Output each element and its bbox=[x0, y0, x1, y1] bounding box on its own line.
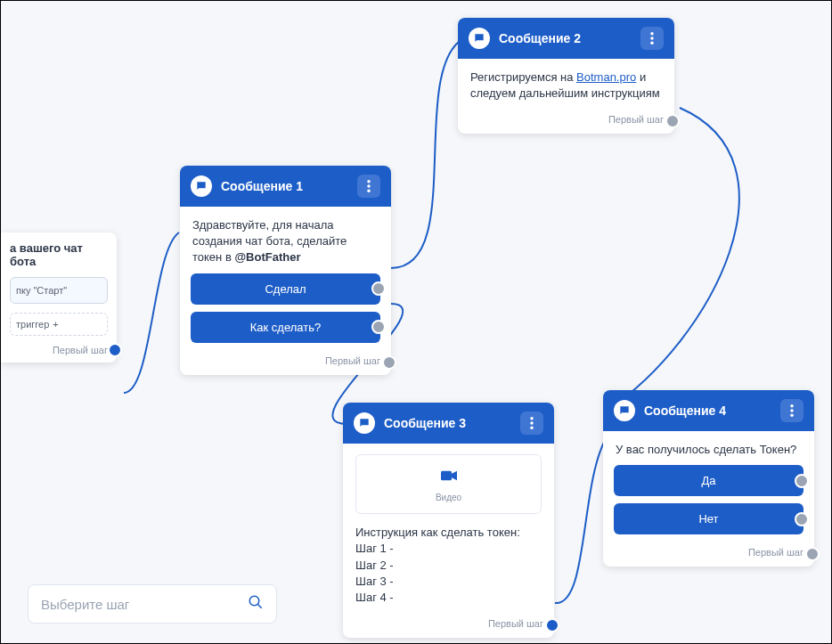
svg-point-0 bbox=[367, 180, 371, 183]
output-port[interactable] bbox=[108, 343, 122, 357]
svg-point-13 bbox=[249, 596, 259, 606]
svg-point-7 bbox=[530, 421, 534, 425]
output-port[interactable] bbox=[805, 547, 820, 561]
message-icon bbox=[354, 412, 375, 434]
reply-button-yes[interactable]: Да bbox=[614, 465, 803, 496]
add-trigger-button[interactable]: триггер + bbox=[10, 313, 108, 336]
node-message-2[interactable]: Сообщение 2 Регистрируемся на Botman.pro… bbox=[458, 18, 674, 134]
node-header[interactable]: Сообщение 3 bbox=[343, 403, 554, 444]
node-footer: Первый шаг bbox=[10, 345, 108, 355]
svg-point-2 bbox=[367, 190, 371, 193]
node-footer: Первый шаг bbox=[180, 350, 391, 375]
node-message-1[interactable]: Сообщение 1 Здравствуйте, для начала соз… bbox=[180, 166, 391, 375]
output-port[interactable] bbox=[371, 320, 386, 334]
search-icon bbox=[248, 594, 264, 614]
botman-link[interactable]: Botman.pro bbox=[576, 70, 636, 84]
svg-point-12 bbox=[790, 414, 794, 418]
node-body: Видео Инструкция как сделать токен: Шаг … bbox=[343, 444, 554, 613]
node-footer: Первый шаг bbox=[603, 542, 814, 567]
svg-point-11 bbox=[790, 409, 794, 412]
node-menu-button[interactable] bbox=[520, 412, 543, 435]
node-message-3[interactable]: Сообщение 3 Видео Инструкция как сделать… bbox=[343, 403, 554, 638]
svg-point-1 bbox=[367, 184, 371, 188]
node-message-4[interactable]: Сообщение 4 У вас получилось сделать Ток… bbox=[603, 390, 814, 567]
output-port[interactable] bbox=[545, 618, 559, 632]
node-footer: Первый шаг bbox=[458, 109, 674, 134]
output-port[interactable] bbox=[795, 512, 809, 526]
svg-line-14 bbox=[257, 604, 262, 608]
svg-rect-9 bbox=[441, 471, 452, 481]
reply-button-no[interactable]: Нет bbox=[614, 503, 803, 534]
node-header[interactable]: Сообщение 1 bbox=[180, 166, 391, 207]
output-port[interactable] bbox=[665, 114, 680, 128]
reply-button-done[interactable]: Сделал bbox=[191, 273, 380, 305]
svg-point-5 bbox=[650, 42, 654, 45]
flow-canvas[interactable]: а вашего чат бота пку "Старт" триггер + … bbox=[1, 1, 831, 643]
node-body: Здравствуйте, для начала создания чат бо… bbox=[180, 207, 391, 273]
reply-button-howto[interactable]: Как сделать? bbox=[191, 312, 380, 343]
output-port[interactable] bbox=[371, 281, 386, 296]
node-body: У вас получилось сделать Токен? bbox=[603, 431, 814, 465]
svg-point-10 bbox=[790, 404, 794, 408]
svg-point-3 bbox=[650, 32, 654, 36]
step-search[interactable] bbox=[28, 584, 277, 624]
node-menu-button[interactable] bbox=[640, 27, 664, 50]
svg-point-4 bbox=[650, 37, 654, 40]
message-icon bbox=[614, 400, 635, 421]
partial-title: а вашего чат бота bbox=[10, 241, 108, 268]
node-trigger-partial[interactable]: а вашего чат бота пку "Старт" триггер + … bbox=[1, 232, 117, 363]
node-menu-button[interactable] bbox=[780, 399, 803, 422]
svg-point-8 bbox=[530, 427, 534, 430]
svg-point-6 bbox=[530, 417, 534, 420]
node-footer: Первый шаг bbox=[343, 613, 554, 638]
trigger-chip[interactable]: пку "Старт" bbox=[10, 277, 108, 304]
node-body: Регистрируемся на Botman.pro и следуем д… bbox=[458, 59, 674, 109]
plus-icon: + bbox=[53, 319, 58, 330]
message-icon bbox=[191, 175, 212, 197]
output-port[interactable] bbox=[382, 355, 396, 370]
step-search-input[interactable] bbox=[41, 597, 241, 612]
video-icon bbox=[363, 469, 534, 486]
node-header[interactable]: Сообщение 2 bbox=[458, 18, 674, 59]
message-icon bbox=[469, 28, 490, 49]
node-header[interactable]: Сообщение 4 bbox=[603, 390, 814, 431]
output-port[interactable] bbox=[795, 474, 809, 488]
node-menu-button[interactable] bbox=[357, 175, 380, 198]
media-attachment[interactable]: Видео bbox=[355, 454, 542, 514]
